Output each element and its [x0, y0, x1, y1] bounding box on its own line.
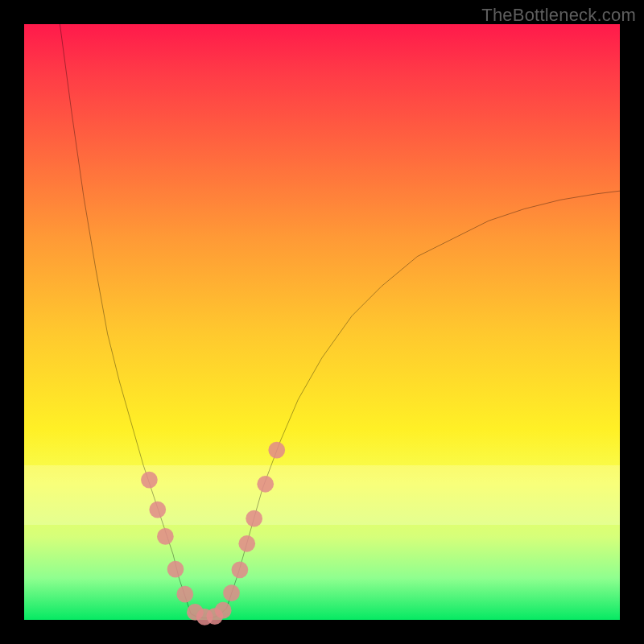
bead-point	[223, 584, 240, 601]
bead-point	[246, 510, 262, 527]
bead-point	[268, 442, 285, 459]
bead-point	[149, 502, 166, 518]
bead-point	[157, 528, 174, 545]
bead-point	[232, 561, 249, 578]
bead-point	[141, 472, 158, 489]
bead-point	[215, 602, 232, 619]
bead-point	[167, 561, 184, 578]
bead-point	[238, 535, 255, 552]
curve-svg	[24, 24, 620, 620]
watermark-text: TheBottleneck.com	[481, 5, 636, 26]
bead-point	[176, 586, 193, 603]
bottleneck-curve	[60, 24, 620, 618]
bead-point	[257, 476, 274, 493]
chart-frame: TheBottleneck.com	[0, 0, 644, 644]
bead-group	[141, 442, 285, 625]
